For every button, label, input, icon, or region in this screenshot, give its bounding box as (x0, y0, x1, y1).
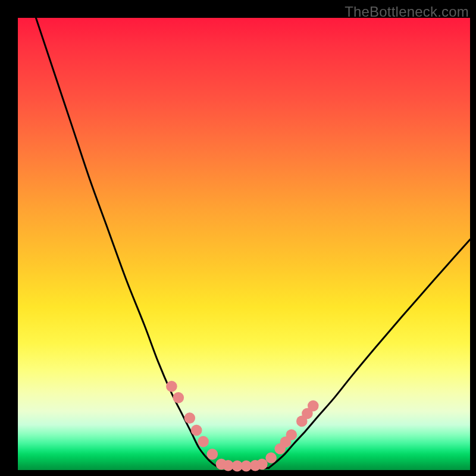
curve-marker (207, 449, 218, 460)
bottleneck-curve-path (36, 18, 470, 469)
curve-marker (256, 459, 268, 470)
curve-layer (18, 18, 470, 470)
curve-marker (184, 412, 196, 424)
plot-area (18, 18, 470, 470)
curve-marker (173, 392, 184, 403)
curve-marker (308, 400, 319, 412)
curve-marker (191, 425, 202, 436)
curve-marker (286, 429, 298, 440)
curve-marker (198, 436, 209, 447)
curve-marker (166, 381, 177, 392)
chart-frame: TheBottleneck.com (0, 0, 476, 476)
curve-marker (265, 452, 277, 464)
bottleneck-curve (36, 18, 470, 469)
